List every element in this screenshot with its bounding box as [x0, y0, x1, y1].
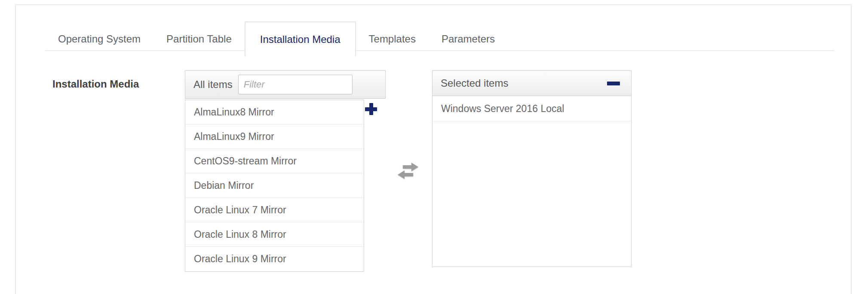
transfer-arrows-icon[interactable] — [394, 162, 422, 180]
content-card: Operating System Partition Table Install… — [15, 4, 852, 294]
filter-input[interactable] — [238, 75, 353, 94]
list-item[interactable]: Windows Server 2016 Local — [432, 96, 631, 121]
tab-parameters[interactable]: Parameters — [429, 22, 508, 55]
selected-items-panel: Selected items Windows Server 2016 Local — [432, 70, 632, 267]
available-items-list: AlmaLinux8 MirrorAlmaLinux9 MirrorCentOS… — [185, 100, 364, 272]
available-items-panel: All items AlmaLinux8 MirrorAlmaLinux9 Mi… — [185, 70, 386, 272]
tab-templates[interactable]: Templates — [356, 22, 429, 55]
list-item[interactable]: Oracle Linux 9 Mirror — [185, 247, 364, 271]
available-items-title: All items — [193, 79, 233, 91]
plus-icon[interactable] — [365, 103, 377, 115]
tab-partition-table[interactable]: Partition Table — [153, 22, 245, 55]
list-item[interactable]: Oracle Linux 7 Mirror — [185, 198, 364, 222]
field-label: Installation Media — [52, 78, 139, 90]
selected-items-header: Selected items — [432, 70, 632, 96]
list-item[interactable]: AlmaLinux9 Mirror — [185, 124, 364, 149]
page: Operating System Partition Table Install… — [0, 0, 868, 294]
selected-items-title: Selected items — [441, 77, 508, 89]
list-item[interactable]: Oracle Linux 8 Mirror — [185, 222, 364, 247]
tab-operating-system[interactable]: Operating System — [45, 22, 153, 55]
selected-items-list: Windows Server 2016 Local — [432, 96, 632, 267]
list-item[interactable]: Debian Mirror — [185, 173, 364, 198]
list-item[interactable]: CentOS9-stream Mirror — [185, 149, 364, 173]
tab-strip: Operating System Partition Table Install… — [16, 5, 851, 55]
list-item[interactable]: AlmaLinux8 Mirror — [185, 100, 364, 124]
tab-installation-media[interactable]: Installation Media — [245, 21, 356, 56]
available-items-header: All items — [185, 70, 386, 99]
tab-bar: Operating System Partition Table Install… — [45, 5, 508, 56]
minus-icon[interactable] — [607, 82, 620, 85]
